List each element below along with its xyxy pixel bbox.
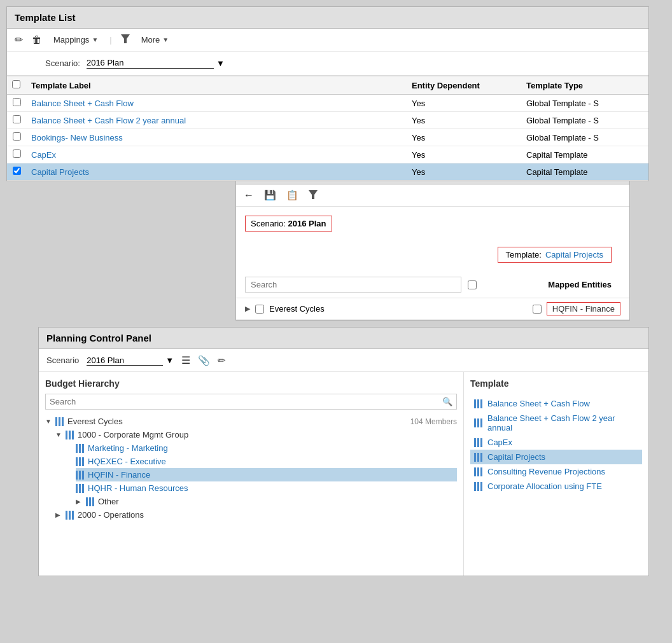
row-entity-dependent: Yes <box>407 146 521 163</box>
em-scenario-value: 2016 Plan <box>288 219 326 228</box>
hqfin-label: HQFIN - Finance <box>88 470 150 480</box>
trash-icon[interactable] <box>32 34 42 46</box>
other-expand-icon[interactable]: ▶ <box>76 498 83 505</box>
row-template-label: CapEx <box>26 146 407 163</box>
template-link[interactable]: Bookings- New Business <box>31 133 123 142</box>
table-row[interactable]: Bookings- New Business Yes Global Templa… <box>7 129 648 146</box>
pcp-content: Budget Hierarchy 🔍 ▼ Everest Cycles 104 … <box>39 372 648 576</box>
row-checkbox[interactable] <box>13 98 21 106</box>
back-icon[interactable] <box>244 190 254 201</box>
template-link[interactable]: CapEx <box>31 150 56 160</box>
bh-search-icon[interactable]: 🔍 <box>438 394 456 409</box>
template-item-icon <box>474 453 482 462</box>
template-list-title: Template List <box>7 7 648 29</box>
entity-expand-arrow[interactable]: ▶ <box>245 305 250 313</box>
scenario-select[interactable]: 2016 Plan ▼ <box>87 58 225 69</box>
template-item[interactable]: Balance Sheet + Cash Flow <box>470 396 642 411</box>
pcp-title: Planning Control Panel <box>39 328 648 349</box>
template-link[interactable]: Capital Projects <box>31 167 89 177</box>
mapped-entity-label: HQFIN - Finance <box>547 302 620 315</box>
tree-item-hqexec[interactable]: HQEXEC - Executive <box>76 455 457 468</box>
marketing-label: Marketing - Marketing <box>88 443 168 453</box>
tree-item-root[interactable]: ▼ Everest Cycles 104 Members <box>45 415 457 428</box>
root-members: 104 Members <box>410 417 457 426</box>
tree-item-1000[interactable]: ▼ 1000 - Corporate Mgmt Group <box>55 428 457 441</box>
template-table: Template Label Entity Dependent Template… <box>7 76 648 181</box>
entity-mapping-toolbar <box>236 184 629 207</box>
tree-item-marketing[interactable]: Marketing - Marketing <box>76 441 457 455</box>
row-checkbox[interactable] <box>13 132 21 141</box>
funnel-icon[interactable] <box>121 34 130 45</box>
table-row[interactable]: Capital Projects Yes Capital Template <box>7 163 648 181</box>
row-checkbox-cell <box>7 163 26 181</box>
em-header-checkbox[interactable] <box>468 280 477 289</box>
template-item[interactable]: CapEx <box>470 435 642 450</box>
mappings-arrow-icon: ▼ <box>92 36 98 43</box>
mapped-checkbox[interactable] <box>533 305 542 314</box>
template-item[interactable]: Capital Projects <box>470 450 642 464</box>
save-icon[interactable] <box>264 190 276 201</box>
em-template-label: Template: <box>506 250 542 259</box>
template-item-label[interactable]: Balance Sheet + Cash Flow 2 year annual <box>487 413 638 432</box>
tree-item-2000[interactable]: ▶ 2000 - Operations <box>55 508 457 522</box>
entity-mapping-panel: Entity Mapping Scenario: 2016 Plan Templ… <box>235 162 630 321</box>
em-funnel-icon[interactable] <box>309 190 318 201</box>
tree-item-hqfin[interactable]: HQFIN - Finance <box>76 468 457 481</box>
table-row[interactable]: Balance Sheet + Cash Flow 2 year annual … <box>7 112 648 129</box>
template-item-label[interactable]: Consulting Revenue Projections <box>487 467 605 476</box>
template-item-label[interactable]: Balance Sheet + Cash Flow <box>487 399 590 408</box>
template-item[interactable]: Corporate Allocation using FTE <box>470 479 642 494</box>
row-checkbox-cell <box>7 129 26 146</box>
entity-checkbox[interactable] <box>255 305 264 314</box>
mapped-col: HQFIN - Finance <box>533 302 620 315</box>
entity-search-input[interactable] <box>245 277 461 293</box>
pcp-scenario-select[interactable]: 2016 Plan ▼ <box>87 356 174 366</box>
template-item-label[interactable]: CapEx <box>487 438 512 447</box>
pcp-toolbar: Scenario 2016 Plan ▼ ☰ <box>39 349 648 372</box>
template-item[interactable]: Balance Sheet + Cash Flow 2 year annual <box>470 411 642 435</box>
row-checkbox[interactable] <box>13 167 21 175</box>
template-item-label[interactable]: Corporate Allocation using FTE <box>487 481 602 491</box>
1000-expand-icon[interactable]: ▼ <box>55 431 63 438</box>
template-list-panel: Template List Mappings ▼ | More ▼ Scenar… <box>6 6 649 181</box>
pcp-scenario-arrow-icon[interactable]: ▼ <box>165 356 174 365</box>
planning-control-panel: Planning Control Panel Scenario 2016 Pla… <box>38 327 649 576</box>
table-row[interactable]: Balance Sheet + Cash Flow Yes Global Tem… <box>7 95 648 112</box>
svg-marker-0 <box>121 34 130 43</box>
entity-label: Everest Cycles <box>269 304 325 314</box>
tree-item-other[interactable]: ▶ Other <box>76 495 457 508</box>
template-item[interactable]: Consulting Revenue Projections <box>470 464 642 479</box>
row-template-type: Global Template - S <box>521 129 648 146</box>
pcp-clip-icon[interactable] <box>198 355 210 366</box>
bh-search-input[interactable] <box>46 394 438 409</box>
scenario-dropdown-arrow[interactable]: ▼ <box>216 59 225 68</box>
mapped-entities-header: Mapped Entities <box>548 280 620 289</box>
root-label: Everest Cycles <box>67 417 123 426</box>
more-button[interactable]: More ▼ <box>139 34 172 46</box>
table-row[interactable]: CapEx Yes Capital Template <box>7 146 648 163</box>
more-arrow-icon: ▼ <box>162 36 169 43</box>
select-all-checkbox[interactable] <box>12 80 20 88</box>
2000-expand-icon[interactable]: ▶ <box>55 511 63 518</box>
mappings-button[interactable]: Mappings ▼ <box>51 34 101 46</box>
template-link[interactable]: Balance Sheet + Cash Flow 2 year annual <box>31 116 186 125</box>
row-checkbox[interactable] <box>13 149 21 158</box>
report-icon[interactable] <box>286 190 298 201</box>
row-template-label: Bookings- New Business <box>26 129 407 146</box>
pencil-icon[interactable] <box>15 34 23 46</box>
tree-item-hqhr[interactable]: HQHR - Human Resources <box>76 481 457 495</box>
row-checkbox[interactable] <box>13 115 21 123</box>
pcp-grid-icon[interactable]: ☰ <box>181 354 190 366</box>
template-list-toolbar: Mappings ▼ | More ▼ <box>7 29 648 52</box>
root-expand-icon[interactable]: ▼ <box>45 418 53 425</box>
pcp-edit-icon[interactable] <box>218 355 226 366</box>
template-link[interactable]: Balance Sheet + Cash Flow <box>31 99 134 108</box>
row-template-type: Capital Template <box>521 163 648 181</box>
hqexec-label: HQEXEC - Executive <box>88 457 166 466</box>
row-entity-dependent: Yes <box>407 129 521 146</box>
pcp-scenario-label: Scenario <box>46 356 79 365</box>
template-item-label[interactable]: Capital Projects <box>487 452 545 462</box>
em-scenario-label: Scenario: <box>251 219 286 228</box>
scenario-row: Scenario: 2016 Plan ▼ <box>7 52 648 76</box>
more-label: More <box>141 35 160 45</box>
